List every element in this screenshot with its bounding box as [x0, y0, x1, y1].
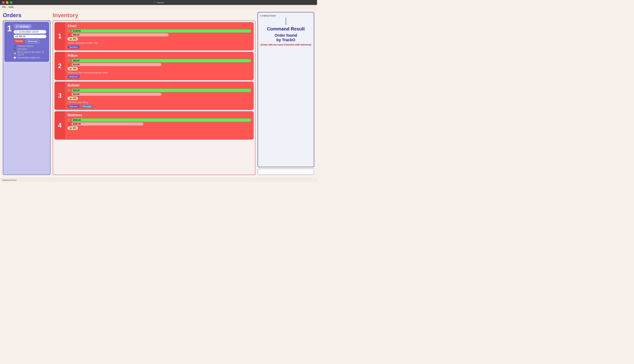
footer: /data/trackO.json	[0, 178, 317, 182]
inventory-item-1[interactable]: 1 Chair 💚 $149.99 ❤️	[54, 22, 254, 50]
order-email-row: ✉️ charlotte@example.com	[14, 56, 46, 59]
cost-icon: ❤️	[68, 63, 70, 66]
window-controls	[2, 1, 12, 4]
inv-item-number: 4	[54, 111, 65, 140]
cost-icon: ❤️	[68, 122, 70, 126]
inv-item-tags: Bedroom Premium	[68, 105, 251, 108]
sell-price-row: 💚 $149.99	[68, 29, 251, 32]
inv-item-body: Mattress 💚 $500.00 ❤️ $200	[65, 111, 254, 140]
inventory-item-4[interactable]: 4 Mattress 💚 $500.00 ❤️	[54, 111, 254, 140]
inv-item-name: Chair	[68, 24, 251, 28]
minimize-button[interactable]	[6, 1, 8, 4]
clock-icon: 🕐	[16, 30, 18, 33]
sell-bar-fill: $20.00	[72, 89, 251, 92]
order-phone-row: 📞 93210283	[14, 48, 46, 50]
command-panel: 1 order(s) found! Command Result Order f…	[258, 12, 314, 175]
sell-bar: $149.99	[72, 29, 251, 32]
order-price: $60.00	[19, 35, 26, 38]
badge-unpaid: Unpaid	[14, 39, 24, 44]
command-input-area[interactable]	[258, 168, 314, 175]
command-result-body: (Order with the name Charlotte AND deliv…	[260, 43, 311, 46]
stock-badge: 📦 300	[68, 67, 78, 70]
sell-price: $500.00	[73, 119, 81, 121]
inv-item-desc: Ergonomic with recycled polystyrene fill…	[68, 72, 251, 74]
inv-item-desc: Premium cotton filling	[68, 101, 251, 104]
cost-bar-fill: $10.00	[72, 93, 162, 96]
stock-count: 300	[73, 38, 76, 40]
order-customer-name: Charlotte Oliveiro	[17, 45, 34, 48]
sell-price-row: 💚 $20.00	[68, 89, 251, 92]
inv-item-tags: Bedroom	[68, 75, 251, 78]
sell-price: $149.99	[73, 30, 81, 32]
stock-count: 300	[73, 97, 76, 100]
menubar: File Help	[0, 5, 317, 9]
sell-icon: 💚	[68, 30, 70, 32]
inv-item-name: Pillow	[68, 54, 251, 58]
tag-bedroom: Bedroom	[68, 105, 80, 108]
command-input[interactable]	[259, 170, 312, 173]
email-icon: ✉️	[14, 56, 16, 59]
order-price-bar: 💵 $60.00	[14, 35, 46, 38]
stock-badge: 📦 300	[68, 37, 78, 41]
cost-price: $80.50	[73, 34, 80, 36]
sell-price-row: 💚 $29.99	[68, 59, 251, 62]
sell-bar-fill: $29.99	[72, 59, 251, 62]
inv-item-desc: Carved mahogany wooden chair	[68, 42, 251, 44]
order-badges: Unpaid Delivered	[14, 39, 46, 44]
person-icon: 👤	[14, 45, 16, 48]
cost-price-row: ❤️ $80.50	[68, 33, 251, 36]
titlebar: 🎵 TrackO	[0, 0, 317, 5]
cost-icon: ❤️	[68, 93, 70, 96]
command-order-found: Order foundby TrackO	[274, 33, 297, 42]
inventory-list[interactable]: 1 Chair 💚 $149.99 ❤️	[53, 20, 256, 175]
app-title: 🎵 TrackO	[153, 1, 164, 4]
inv-item-name: Bolster	[68, 83, 251, 87]
cost-price: $200.00	[73, 123, 81, 125]
order-card-fields: 3 * Bolster 🕐 13 Oct 2022 <13:12> 💵 $60.…	[14, 24, 46, 60]
sell-bar: $20.00	[72, 89, 251, 92]
command-result-count: 1 order(s) found!	[260, 14, 276, 17]
cost-price-row: ❤️ $200.00	[68, 122, 251, 126]
inventory-title: Inventory	[53, 12, 256, 18]
cost-price-row: ❤️ $10.00	[68, 93, 251, 96]
inv-item-body: Bolster 💚 $20.00 ❤️ $10.00	[65, 82, 254, 110]
cost-price: $10.00	[73, 93, 80, 96]
close-button[interactable]	[2, 1, 4, 4]
footer-path: /data/trackO.json	[2, 179, 17, 181]
tag-premium: Premium	[81, 105, 93, 108]
stock-count: 300	[73, 68, 76, 70]
money-icon: 💵	[16, 35, 18, 38]
command-result-box: 1 order(s) found! Command Result Order f…	[258, 12, 314, 167]
home-icon: 🏠	[14, 52, 16, 55]
order-phone: 93210283	[17, 48, 27, 50]
inventory-item-2[interactable]: 2 Pillow 💚 $29.99 ❤️	[54, 52, 254, 80]
inv-item-number: 1	[54, 22, 65, 50]
sell-bar: $29.99	[72, 59, 251, 62]
inv-item-body: Pillow 💚 $29.99 ❤️ $14.99	[65, 52, 254, 80]
order-title: 3 * Bolster	[14, 24, 32, 29]
sell-bar-fill: $149.99	[72, 29, 251, 32]
inventory-item-3[interactable]: 3 Bolster 💚 $20.00 ❤️	[54, 82, 254, 110]
cost-bar-fill: $200.00	[72, 122, 144, 126]
order-name-row: 👤 Charlotte Oliveiro	[14, 45, 46, 48]
order-address-row: 🏠 Blk 11 Ang Mo Kio Street 74, #11-04	[14, 51, 46, 56]
cost-bar: $200.00	[72, 122, 251, 126]
order-card[interactable]: 1 3 * Bolster 🕐 13 Oct 2022 <13:12> 💵 $6…	[4, 22, 49, 62]
orders-list[interactable]: 1 3 * Bolster 🕐 13 Oct 2022 <13:12> 💵 $6…	[3, 20, 50, 175]
sell-price-row: 💚 $500.00	[68, 118, 251, 122]
sell-price: $20.00	[73, 89, 80, 92]
order-address: Blk 11 Ang Mo Kio Street 74, #11-04	[17, 51, 46, 56]
stock-badge: 📦 300	[68, 96, 78, 100]
tag-furniture: Furniture	[68, 46, 80, 48]
menu-file[interactable]: File	[2, 6, 6, 8]
command-divider	[286, 18, 286, 25]
orders-title: Orders	[3, 12, 50, 18]
stock-icon: 📦	[69, 127, 72, 129]
maximize-button[interactable]	[10, 1, 12, 4]
stock-count: 300	[73, 127, 76, 129]
menu-help[interactable]: Help	[9, 6, 14, 8]
sell-price: $29.99	[73, 60, 80, 62]
order-number: 1	[7, 24, 12, 33]
stock-icon: 📦	[69, 68, 72, 70]
cost-bar: $10.00	[72, 93, 251, 96]
